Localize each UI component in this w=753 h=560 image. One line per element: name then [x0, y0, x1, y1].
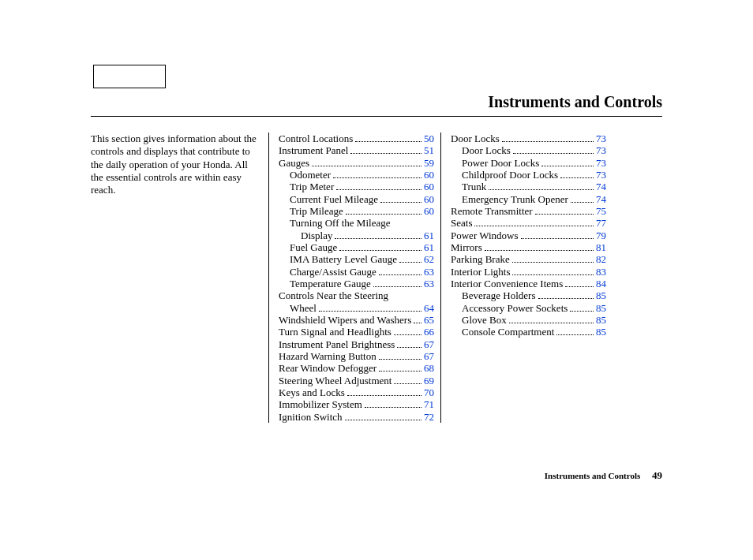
- toc-page-link[interactable]: 50: [424, 133, 434, 144]
- toc-entry-label: Display: [301, 230, 332, 241]
- toc-leader-dots: [512, 254, 594, 263]
- toc-page-link[interactable]: 73: [596, 133, 606, 144]
- toc-leader-dots: [485, 242, 594, 251]
- toc-entry-label: Odometer: [290, 169, 331, 181]
- toc-entry-label: Current Fuel Mileage: [290, 193, 378, 205]
- toc-entry: Seats77: [451, 217, 606, 229]
- toc-leader-dots: [336, 181, 421, 190]
- toc-entry-label: Trip Mileage: [290, 205, 343, 217]
- toc-page-link[interactable]: 60: [424, 169, 434, 181]
- toc-page-link[interactable]: 64: [424, 302, 434, 314]
- toc-entry: Door Locks73: [451, 144, 606, 156]
- footer-section-label: Instruments and Controls: [545, 471, 640, 480]
- toc-entry-label: Door Locks: [451, 133, 500, 144]
- toc-page-link[interactable]: 85: [596, 302, 606, 314]
- toc-entry: Fuel Gauge61: [279, 241, 434, 253]
- toc-entry-label: Ignition Switch: [279, 411, 343, 423]
- toc-leader-dots: [394, 375, 421, 383]
- toc-page-link[interactable]: 74: [596, 193, 606, 205]
- toc-page-link[interactable]: 63: [424, 266, 434, 278]
- toc-entry: Mirrors81: [451, 241, 606, 253]
- toc-leader-dots: [535, 206, 594, 215]
- toc-page-link[interactable]: 61: [424, 241, 434, 253]
- toc-page-link[interactable]: 65: [424, 314, 434, 326]
- toc-page-link[interactable]: 69: [424, 375, 434, 386]
- toc-page-link[interactable]: 82: [596, 253, 606, 265]
- tab-box: [93, 65, 166, 88]
- toc-entry: Gauges59: [279, 157, 434, 169]
- toc-entry-label: Interior Lights: [451, 266, 510, 278]
- toc-page-link[interactable]: 60: [424, 181, 434, 192]
- toc-page-link[interactable]: 68: [424, 362, 434, 374]
- toc-leader-dots: [538, 290, 594, 299]
- toc-page-link[interactable]: 81: [596, 241, 606, 253]
- toc-entry-label: Interior Convenience Items: [451, 278, 563, 289]
- toc-entry: Trip Mileage60: [279, 205, 434, 217]
- footer: Instruments and Controls 49: [545, 469, 662, 482]
- toc-column-1: Control Locations50Instrument Panel51Gau…: [268, 133, 440, 423]
- toc-entry: Keys and Locks70: [279, 386, 434, 398]
- toc-entry-label: Turning Off the Mileage: [290, 217, 390, 229]
- toc-entry-label: Console Compartment: [462, 326, 554, 338]
- toc-page-link[interactable]: 83: [596, 266, 606, 278]
- toc-entry: IMA Battery Level Gauge62: [279, 253, 434, 265]
- toc-leader-dots: [512, 266, 594, 274]
- toc-page-link[interactable]: 85: [596, 289, 606, 301]
- toc-entry: Door Locks73: [451, 133, 606, 144]
- toc-entry-label: Temperature Gauge: [290, 278, 371, 289]
- toc-entry-label: Glove Box: [462, 314, 507, 326]
- toc-page-link[interactable]: 72: [424, 411, 434, 423]
- toc-leader-dots: [474, 218, 594, 226]
- toc-page-link[interactable]: 63: [424, 278, 434, 289]
- toc-leader-dots: [345, 411, 421, 420]
- toc-leader-dots: [521, 230, 594, 238]
- toc-leader-dots: [399, 254, 421, 263]
- toc-page-link[interactable]: 73: [596, 144, 606, 156]
- toc-page-link[interactable]: 66: [424, 326, 434, 338]
- toc-entry: Instrument Panel Brightness67: [279, 338, 434, 350]
- toc-leader-dots: [379, 351, 421, 360]
- toc-entry-label: Power Windows: [451, 230, 519, 241]
- toc-page-link[interactable]: 85: [596, 326, 606, 338]
- toc-page-link[interactable]: 71: [424, 398, 434, 410]
- toc-leader-dots: [355, 133, 421, 142]
- toc-page-link[interactable]: 62: [424, 253, 434, 265]
- toc-page-link[interactable]: 74: [596, 181, 606, 192]
- toc-page-link[interactable]: 85: [596, 314, 606, 326]
- toc-page-link[interactable]: 73: [596, 157, 606, 169]
- toc-entry: Steering Wheel Adjustment69: [279, 375, 434, 386]
- toc-page-link[interactable]: 77: [596, 217, 606, 229]
- toc-leader-dots: [312, 157, 421, 166]
- toc-entry: Trip Meter60: [279, 181, 434, 192]
- toc-page-link[interactable]: 51: [424, 144, 434, 156]
- toc-page-link[interactable]: 75: [596, 205, 606, 217]
- toc-page-link[interactable]: 59: [424, 157, 434, 169]
- toc-leader-dots: [333, 170, 421, 178]
- toc-page-link[interactable]: 84: [596, 278, 606, 289]
- toc-leader-dots: [556, 327, 594, 335]
- toc-page-link[interactable]: 70: [424, 386, 434, 398]
- toc-leader-dots: [509, 315, 594, 323]
- toc-entry-label: IMA Battery Level Gauge: [290, 253, 397, 265]
- toc-entry-label: Trunk: [462, 181, 486, 192]
- toc-entry-label: Door Locks: [462, 144, 511, 156]
- toc-leader-dots: [489, 181, 594, 190]
- toc-leader-dots: [571, 193, 594, 202]
- toc-page-link[interactable]: 79: [596, 230, 606, 241]
- toc-entry: Controls Near the Steering: [279, 289, 434, 301]
- title-block: Instruments and Controls: [91, 93, 662, 117]
- toc-page-link[interactable]: 60: [424, 205, 434, 217]
- toc-entry: Glove Box85: [451, 314, 606, 326]
- toc-entry: Power Door Locks73: [451, 157, 606, 169]
- toc-page-link[interactable]: 67: [424, 350, 434, 362]
- toc-page-link[interactable]: 67: [424, 338, 434, 350]
- toc-entry: Beverage Holders85: [451, 289, 606, 301]
- toc-leader-dots: [560, 170, 594, 178]
- toc-page-link[interactable]: 73: [596, 169, 606, 181]
- toc-leader-dots: [541, 157, 594, 166]
- toc-entry: Turn Signal and Headlights66: [279, 326, 434, 338]
- toc-page-link[interactable]: 60: [424, 193, 434, 205]
- toc-leader-dots: [379, 363, 421, 371]
- toc-leader-dots: [379, 266, 421, 274]
- toc-page-link[interactable]: 61: [424, 230, 434, 241]
